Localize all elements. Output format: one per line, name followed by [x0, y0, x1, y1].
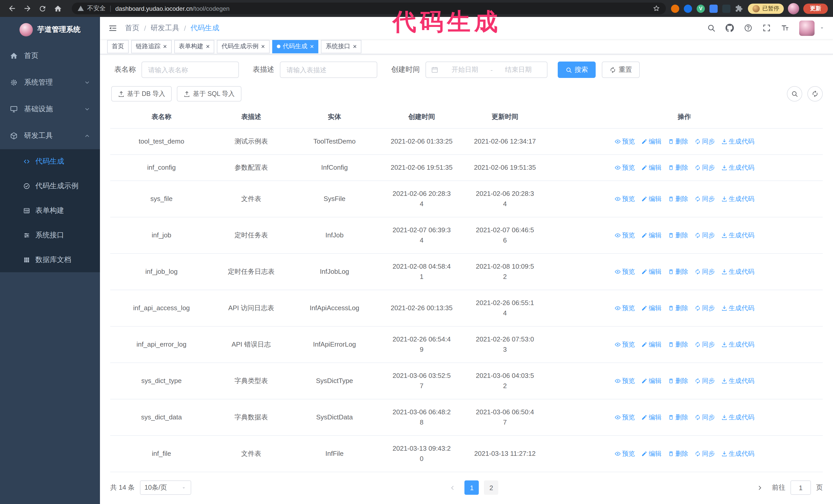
chevron-down-icon[interactable]: [819, 25, 825, 31]
extension-icon-grid[interactable]: [710, 4, 718, 13]
edit-link[interactable]: 编辑: [641, 449, 662, 459]
delete-link[interactable]: 删除: [668, 136, 688, 147]
generate-code-link[interactable]: 生成代码: [721, 194, 754, 204]
next-page-button[interactable]: [753, 480, 767, 495]
sync-link[interactable]: 同步: [694, 136, 715, 147]
table-name-input[interactable]: [142, 62, 239, 78]
edit-link[interactable]: 编辑: [641, 376, 662, 386]
puzzle-icon[interactable]: [735, 5, 743, 12]
import-db-button[interactable]: 基于 DB 导入: [111, 86, 172, 101]
generate-code-link[interactable]: 生成代码: [721, 136, 754, 147]
sync-link[interactable]: 同步: [694, 230, 715, 240]
font-size-icon[interactable]: [781, 24, 789, 32]
edit-link[interactable]: 编辑: [641, 339, 662, 350]
edit-link[interactable]: 编辑: [641, 230, 662, 240]
security-label[interactable]: 不安全: [87, 4, 105, 13]
sidebar-item-dev-tools[interactable]: 研发工具: [0, 123, 100, 149]
sidebar-item-codegen[interactable]: 代码生成: [0, 149, 100, 174]
edit-link[interactable]: 编辑: [641, 267, 662, 277]
sync-link[interactable]: 同步: [694, 163, 715, 173]
date-range-picker[interactable]: 开始日期 - 结束日期: [426, 62, 547, 78]
preview-link[interactable]: 预览: [614, 376, 635, 386]
delete-link[interactable]: 删除: [668, 412, 688, 423]
preview-link[interactable]: 预览: [614, 136, 635, 147]
preview-link[interactable]: 预览: [614, 230, 635, 240]
close-icon[interactable]: ×: [353, 43, 357, 50]
sidebar-item-system-api[interactable]: 系统接口: [0, 223, 100, 248]
table-desc-input[interactable]: [280, 62, 377, 78]
page-button-2[interactable]: 2: [484, 480, 499, 495]
generate-code-link[interactable]: 生成代码: [721, 339, 754, 350]
tab-system-api[interactable]: 系统接口 ×: [321, 40, 361, 53]
page-size-select[interactable]: 10条/页: [140, 480, 191, 495]
preview-link[interactable]: 预览: [614, 194, 635, 204]
preview-link[interactable]: 预览: [614, 303, 635, 313]
user-avatar[interactable]: [799, 20, 814, 35]
toggle-search-button[interactable]: [787, 86, 802, 101]
generate-code-link[interactable]: 生成代码: [721, 449, 754, 459]
sidebar-item-home[interactable]: 首页: [0, 43, 100, 69]
close-icon[interactable]: ×: [310, 43, 314, 50]
sidebar-item-db-docs[interactable]: 数据库文档: [0, 248, 100, 272]
generate-code-link[interactable]: 生成代码: [721, 412, 754, 423]
fullscreen-icon[interactable]: [762, 24, 771, 32]
sync-link[interactable]: 同步: [694, 449, 715, 459]
page-button-1[interactable]: 1: [465, 480, 479, 495]
extension-icon-orange[interactable]: [671, 4, 679, 13]
edit-link[interactable]: 编辑: [641, 163, 662, 173]
close-icon[interactable]: ×: [163, 43, 167, 50]
delete-link[interactable]: 删除: [668, 449, 688, 459]
edit-link[interactable]: 编辑: [641, 303, 662, 313]
sync-link[interactable]: 同步: [694, 339, 715, 350]
delete-link[interactable]: 删除: [668, 376, 688, 386]
generate-code-link[interactable]: 生成代码: [721, 163, 754, 173]
delete-link[interactable]: 删除: [668, 303, 688, 313]
sidebar-item-system-management[interactable]: 系统管理: [0, 69, 100, 96]
browser-profile-avatar[interactable]: [788, 3, 799, 14]
extension-icon-dark[interactable]: [722, 4, 731, 13]
sidebar-item-infrastructure[interactable]: 基础设施: [0, 96, 100, 123]
github-icon[interactable]: [725, 24, 734, 32]
tab-codegen[interactable]: 代码生成 ×: [272, 40, 318, 53]
sidebar-toggle-icon[interactable]: [108, 23, 117, 32]
refresh-table-button[interactable]: [807, 86, 823, 101]
extension-icon-blue[interactable]: [684, 4, 692, 13]
reset-button[interactable]: 重置: [602, 62, 640, 78]
vue-devtools-icon[interactable]: V: [697, 4, 705, 13]
preview-link[interactable]: 预览: [614, 267, 635, 277]
prev-page-button[interactable]: [445, 480, 459, 495]
sync-link[interactable]: 同步: [694, 376, 715, 386]
bookmark-star-icon[interactable]: [652, 5, 660, 12]
sync-paused-badge[interactable]: 已暂停: [748, 3, 784, 14]
edit-link[interactable]: 编辑: [641, 136, 662, 147]
search-icon[interactable]: [707, 24, 716, 32]
breadcrumb-dev-tools[interactable]: 研发工具: [151, 23, 180, 32]
tab-home[interactable]: 首页: [107, 40, 129, 53]
delete-link[interactable]: 删除: [668, 267, 688, 277]
preview-link[interactable]: 预览: [614, 339, 635, 350]
generate-code-link[interactable]: 生成代码: [721, 303, 754, 313]
edit-link[interactable]: 编辑: [641, 194, 662, 204]
close-icon[interactable]: ×: [206, 43, 210, 50]
sync-link[interactable]: 同步: [694, 303, 715, 313]
sync-link[interactable]: 同步: [694, 194, 715, 204]
delete-link[interactable]: 删除: [668, 339, 688, 350]
reload-button[interactable]: [36, 2, 49, 15]
sync-link[interactable]: 同步: [694, 412, 715, 423]
preview-link[interactable]: 预览: [614, 449, 635, 459]
home-button[interactable]: [51, 2, 65, 15]
delete-link[interactable]: 删除: [668, 194, 688, 204]
import-sql-button[interactable]: 基于 SQL 导入: [177, 86, 241, 101]
sidebar-item-codegen-example[interactable]: 代码生成示例: [0, 174, 100, 198]
generate-code-link[interactable]: 生成代码: [721, 376, 754, 386]
back-button[interactable]: [5, 2, 19, 15]
tab-trace[interactable]: 链路追踪 ×: [131, 40, 171, 53]
sync-link[interactable]: 同步: [694, 267, 715, 277]
preview-link[interactable]: 预览: [614, 163, 635, 173]
generate-code-link[interactable]: 生成代码: [721, 230, 754, 240]
delete-link[interactable]: 删除: [668, 230, 688, 240]
delete-link[interactable]: 删除: [668, 163, 688, 173]
edit-link[interactable]: 编辑: [641, 412, 662, 423]
sidebar-item-form-builder[interactable]: 表单构建: [0, 198, 100, 223]
address-bar[interactable]: 不安全 dashboard.yudao.iocoder.cn/tool/code…: [72, 3, 666, 14]
